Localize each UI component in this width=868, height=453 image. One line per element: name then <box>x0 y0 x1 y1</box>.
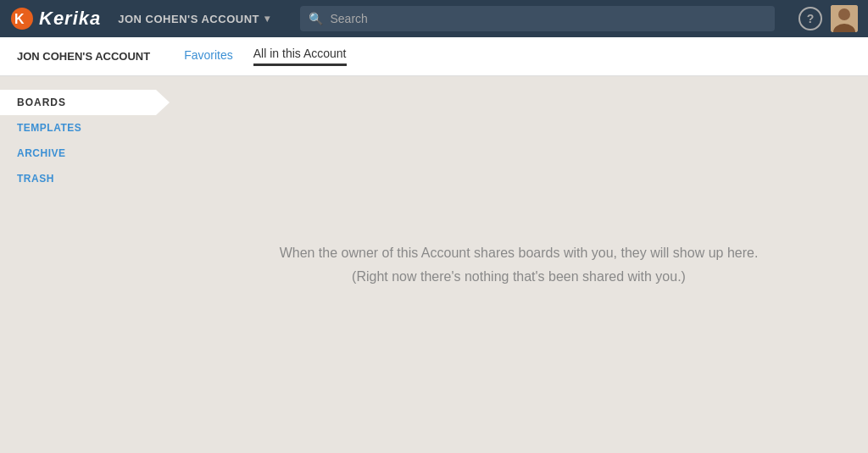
nav-right: ? <box>798 5 858 32</box>
empty-state-message: When the owner of this Account shares bo… <box>280 241 759 287</box>
kerika-logo-icon: K <box>10 7 34 30</box>
logo-area[interactable]: K Kerika <box>10 7 101 30</box>
search-icon: 🔍 <box>309 12 323 25</box>
avatar[interactable] <box>831 5 858 32</box>
top-navigation: K Kerika JON COHEN'S ACCOUNT ▾ 🔍 ? <box>0 0 868 37</box>
help-button[interactable]: ? <box>798 7 822 30</box>
search-container: 🔍 <box>300 6 775 31</box>
dropdown-arrow-icon: ▾ <box>264 13 270 25</box>
logo-text: Kerika <box>39 8 101 30</box>
svg-text:K: K <box>14 12 25 26</box>
tab-favorites[interactable]: Favorites <box>184 48 233 65</box>
sub-navigation: JON COHEN'S ACCOUNT Favorites All in thi… <box>0 37 868 76</box>
svg-point-3 <box>838 8 850 20</box>
tab-all-in-account[interactable]: All in this Account <box>253 47 347 66</box>
empty-line-2: (Right now there's nothing that's been s… <box>280 265 759 288</box>
empty-line-1: When the owner of this Account shares bo… <box>280 241 759 264</box>
boards-label: BOARDS <box>17 97 66 108</box>
trash-label: TRASH <box>17 173 54 185</box>
content-area: When the owner of this Account shares bo… <box>170 76 868 453</box>
account-selector[interactable]: JON COHEN'S ACCOUNT ▾ <box>111 9 276 29</box>
search-input[interactable] <box>330 12 766 25</box>
archive-label: ARCHIVE <box>17 147 66 159</box>
avatar-image <box>831 5 858 32</box>
sidebar-item-trash[interactable]: TRASH <box>0 166 170 191</box>
sidebar-item-archive[interactable]: ARCHIVE <box>0 141 170 166</box>
main-content: BOARDS TEMPLATES ARCHIVE TRASH When the … <box>0 76 868 453</box>
sidebar-item-templates[interactable]: TEMPLATES <box>0 115 170 141</box>
account-name-nav: JON COHEN'S ACCOUNT <box>118 13 259 25</box>
sidebar-item-boards[interactable]: BOARDS <box>0 90 170 115</box>
account-name-sub: JON COHEN'S ACCOUNT <box>17 50 150 63</box>
templates-label: TEMPLATES <box>17 122 81 134</box>
sidebar: BOARDS TEMPLATES ARCHIVE TRASH <box>0 76 170 453</box>
